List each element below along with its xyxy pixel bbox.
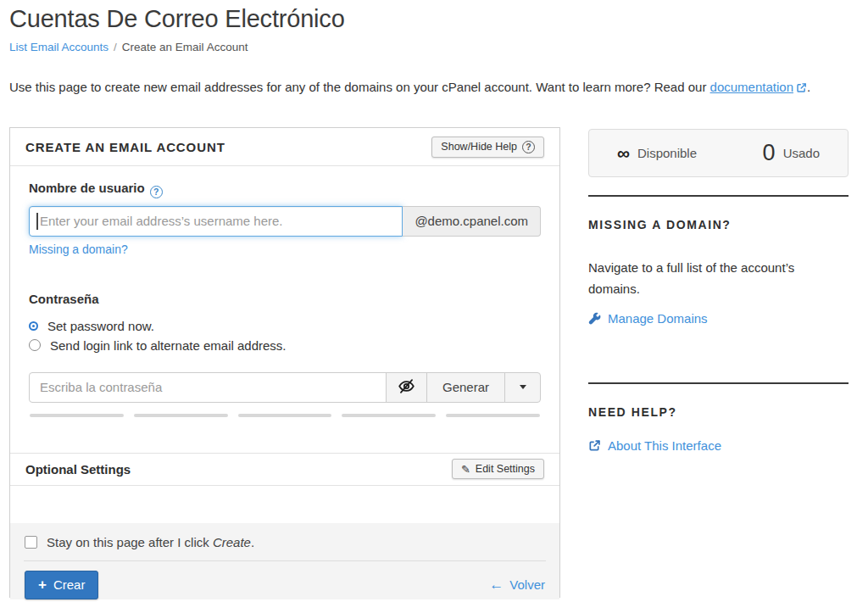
need-help-heading: NEED HELP?	[588, 405, 849, 419]
sidebar: ∞ Disponible 0 Usado MISSING A DOMAIN? N…	[588, 127, 849, 452]
show-hide-help-button[interactable]: Show/Hide Help ?	[431, 137, 544, 158]
breadcrumb-list-email-accounts[interactable]: List Email Accounts	[9, 41, 108, 53]
wrench-icon	[588, 312, 601, 325]
intro-paragraph: Use this page to create new email addres…	[9, 80, 856, 96]
manage-domains-link[interactable]: Manage Domains	[608, 311, 708, 326]
external-link-icon	[588, 439, 601, 452]
used-label: Usado	[783, 146, 820, 160]
footer-actions: + Crear ← Volver	[10, 561, 559, 599]
create-button[interactable]: + Crear	[25, 571, 98, 599]
radio-send-login-label: Send login link to alternate email addre…	[50, 336, 287, 355]
strength-bar	[446, 414, 540, 417]
strength-bar	[238, 414, 332, 417]
breadcrumb-separator: /	[114, 41, 117, 53]
plus-icon: +	[38, 577, 47, 592]
username-input[interactable]	[29, 206, 403, 237]
back-link-label: Volver	[509, 577, 545, 592]
toggle-password-visibility-button[interactable]	[386, 372, 427, 403]
eye-slash-icon	[398, 377, 415, 398]
optional-settings-row: Optional Settings ✎ Edit Settings	[10, 453, 559, 486]
panel-body: Nombre de usuario? @demo.cpanel.com Miss…	[10, 166, 559, 417]
breadcrumb-current: Create an Email Account	[122, 41, 248, 53]
radio-set-password-label: Set password now.	[47, 316, 154, 336]
intro-suffix: .	[807, 80, 810, 94]
used-value: 0	[763, 142, 776, 164]
panel-footer: Stay on this page after I click Create. …	[10, 523, 559, 599]
breadcrumb: List Email Accounts/Create an Email Acco…	[9, 41, 856, 53]
documentation-link[interactable]: documentation	[710, 80, 793, 94]
username-input-group: @demo.cpanel.com	[29, 206, 541, 237]
stay-on-page-row: Stay on this page after I click Create.	[10, 523, 559, 560]
panel-title: CREATE AN EMAIL ACCOUNT	[25, 140, 225, 154]
pencil-icon: ✎	[461, 464, 470, 475]
strength-bar	[342, 414, 436, 417]
password-label: Contraseña	[29, 292, 541, 306]
missing-domain-link[interactable]: Missing a domain?	[29, 242, 128, 256]
missing-domain-heading: MISSING A DOMAIN?	[588, 218, 849, 231]
page-title: Cuentas De Correo Electrónico	[9, 3, 856, 36]
available-stat: ∞ Disponible	[617, 144, 697, 162]
radio-set-password-now[interactable]: Set password now.	[29, 316, 541, 336]
arrow-left-icon: ←	[489, 577, 504, 592]
content: CREATE AN EMAIL ACCOUNT Show/Hide Help ?…	[9, 127, 856, 598]
external-link-icon	[796, 81, 807, 96]
generate-options-dropdown[interactable]	[504, 372, 541, 403]
strength-bar	[134, 414, 228, 417]
password-strength-meter	[29, 414, 541, 417]
domain-addon: @demo.cpanel.com	[403, 206, 541, 237]
password-input[interactable]	[29, 372, 387, 403]
radio-selected-icon	[31, 323, 36, 329]
sidebar-divider	[588, 195, 849, 197]
strength-bar	[30, 414, 124, 417]
intro-text: Use this page to create new email addres…	[9, 80, 706, 94]
about-interface-row: About This Interface	[588, 438, 849, 453]
missing-domain-text: Navigate to a full list of the account’s…	[588, 257, 849, 299]
radio-unselected-icon	[29, 339, 41, 351]
radio-send-login-link[interactable]: Send login link to alternate email addre…	[29, 336, 541, 355]
create-email-panel: CREATE AN EMAIL ACCOUNT Show/Hide Help ?…	[9, 127, 560, 598]
password-radio-group: Set password now. Send login link to alt…	[29, 316, 541, 355]
infinity-icon: ∞	[617, 144, 630, 162]
back-link[interactable]: ← Volver	[489, 577, 545, 592]
show-hide-help-label: Show/Hide Help	[441, 141, 517, 153]
page: Cuentas De Correo Electrónico List Email…	[0, 0, 868, 598]
caret-down-icon	[520, 385, 526, 389]
create-button-label: Crear	[53, 577, 86, 592]
optional-settings-label: Optional Settings	[25, 462, 131, 477]
used-stat: 0 Usado	[763, 142, 820, 164]
usage-stats-box: ∞ Disponible 0 Usado	[588, 129, 849, 177]
stay-on-page-checkbox[interactable]	[25, 536, 37, 549]
stay-label-prefix: Stay on this page after I click	[47, 535, 213, 549]
sidebar-divider	[588, 382, 849, 384]
edit-settings-button[interactable]: ✎ Edit Settings	[452, 459, 544, 479]
stay-on-page-label: Stay on this page after I click Create.	[47, 535, 254, 549]
username-help-icon[interactable]: ?	[150, 186, 163, 198]
help-circle-icon: ?	[522, 141, 535, 153]
about-this-interface-link[interactable]: About This Interface	[608, 438, 721, 453]
stay-label-emphasis: Create	[213, 535, 251, 549]
text-cursor	[36, 213, 38, 230]
manage-domains-row: Manage Domains	[588, 311, 849, 326]
username-label-text: Nombre de usuario	[29, 181, 145, 195]
stay-label-suffix: .	[251, 535, 254, 549]
edit-settings-label: Edit Settings	[476, 463, 535, 475]
available-label: Disponible	[637, 146, 697, 160]
optional-settings-empty-area	[10, 486, 559, 523]
generate-password-button[interactable]: Generar	[426, 372, 505, 403]
panel-header: CREATE AN EMAIL ACCOUNT Show/Hide Help ?	[10, 128, 559, 166]
username-label: Nombre de usuario?	[29, 181, 541, 198]
password-input-group: Generar	[29, 372, 541, 403]
